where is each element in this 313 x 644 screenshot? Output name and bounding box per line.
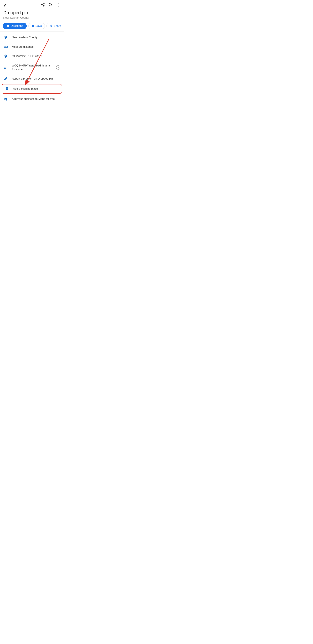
share-icon[interactable]	[41, 3, 45, 8]
coordinates-icon	[3, 54, 8, 58]
svg-text:+: +	[6, 99, 7, 101]
svg-point-17	[4, 67, 5, 68]
search-icon[interactable]	[48, 3, 52, 8]
list-item-pluscode[interactable]: WCQ8+MRV Yazdabad, Isfahan Province ?	[0, 61, 64, 74]
share-button-icon	[50, 24, 52, 28]
svg-point-8	[50, 26, 51, 26]
svg-point-9	[51, 26, 52, 27]
collapse-icon[interactable]: ∨	[3, 2, 6, 8]
svg-point-7	[51, 25, 52, 26]
save-icon	[31, 24, 34, 28]
measure-text: Measure distance	[12, 45, 34, 49]
list-item-location[interactable]: Near Kashan County	[0, 33, 64, 42]
page-subtitle: Near Kashan County	[3, 16, 60, 20]
add-place-icon: +	[4, 87, 9, 91]
add-business-text: Add your business to Maps for free	[12, 97, 55, 101]
svg-point-20	[5, 68, 6, 69]
list-item-add-place[interactable]: + Add a missing place	[2, 84, 62, 94]
list-item-coordinates[interactable]: 33.9392453, 51.4170587	[0, 52, 64, 61]
ruler-icon	[3, 45, 8, 49]
directions-icon	[6, 24, 9, 28]
title-section: Dropped pin Near Kashan County	[0, 9, 64, 22]
location-text: Near Kashan County	[12, 36, 37, 39]
svg-line-3	[42, 5, 43, 6]
pluscode-text: WCQ8+MRV Yazdabad, Isfahan Province	[12, 64, 60, 72]
directions-button[interactable]: Directions	[2, 23, 27, 29]
location-icon	[3, 35, 8, 40]
svg-line-11	[51, 25, 51, 26]
pencil-icon	[3, 76, 8, 81]
toolbar: ∨ ⋮	[0, 0, 64, 9]
svg-line-6	[51, 6, 52, 6]
svg-line-10	[51, 26, 51, 26]
coordinates-text: 33.9392453, 51.4170587	[12, 54, 42, 58]
dotmatrix-icon	[3, 65, 8, 70]
menu-list: Near Kashan County Measure distance 33.9…	[0, 32, 64, 105]
action-row: Directions Save Share	[0, 22, 64, 32]
add-place-text: Add a missing place	[13, 87, 38, 91]
svg-point-18	[5, 67, 6, 68]
save-button[interactable]: Save	[28, 23, 45, 29]
list-item-report[interactable]: Report a problem on Dropped pin	[0, 74, 64, 84]
svg-point-21	[6, 67, 7, 68]
list-item-measure[interactable]: Measure distance	[0, 42, 64, 52]
svg-point-19	[4, 68, 5, 69]
report-text: Report a problem on Dropped pin	[12, 77, 53, 81]
red-arrow-annotation	[0, 32, 64, 105]
share-button[interactable]: Share	[46, 23, 64, 29]
svg-line-4	[42, 4, 43, 4]
menu-annotation-container: Near Kashan County Measure distance 33.9…	[0, 32, 64, 105]
svg-text:+: +	[7, 89, 8, 91]
svg-line-25	[27, 39, 49, 82]
page-title: Dropped pin	[3, 10, 60, 16]
help-icon[interactable]: ?	[56, 65, 60, 70]
divider	[0, 32, 64, 32]
store-icon: +	[3, 97, 8, 101]
svg-rect-12	[4, 46, 7, 48]
list-item-add-business[interactable]: + Add your business to Maps for free	[0, 94, 64, 104]
more-icon[interactable]: ⋮	[56, 2, 60, 8]
